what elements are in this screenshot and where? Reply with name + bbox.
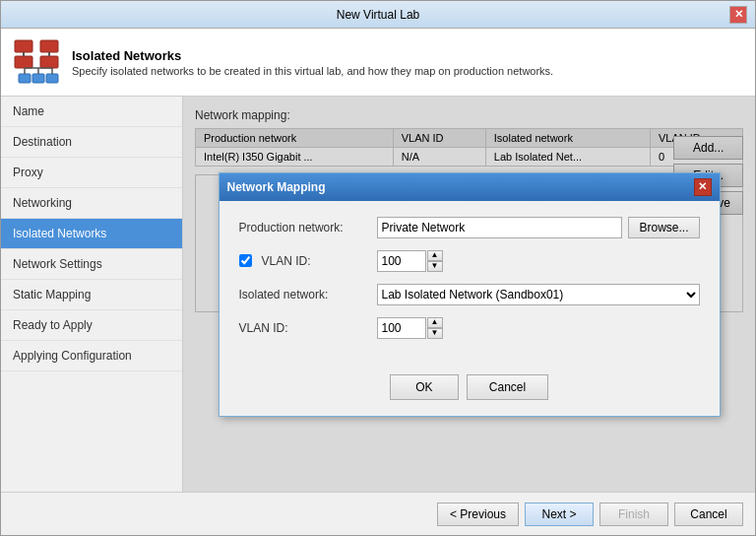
modal-cancel-button[interactable]: Cancel: [467, 374, 548, 400]
modal-close-button[interactable]: ✕: [694, 178, 712, 196]
vlan-id2-down-btn[interactable]: ▼: [427, 328, 443, 339]
main-content: Network mapping: Production network VLAN…: [183, 97, 755, 492]
header-icon: [13, 38, 60, 86]
svg-rect-1: [15, 56, 32, 68]
modal-footer: OK Cancel: [220, 367, 720, 416]
bottom-bar: < Previous Next > Finish Cancel: [1, 492, 755, 535]
isolated-network-row: Isolated network: Lab Isolated Network (…: [239, 284, 700, 305]
content-area: Name Destination Proxy Networking Isolat…: [1, 97, 755, 492]
vlan-id2-row: VLAN ID: ▲ ▼: [239, 317, 700, 339]
isolated-network-select[interactable]: Lab Isolated Network (Sandbox01): [377, 284, 700, 305]
browse-button[interactable]: Browse...: [628, 217, 699, 238]
svg-rect-0: [15, 40, 32, 52]
window-title: New Virtual Lab: [27, 8, 729, 22]
sidebar-item-networking[interactable]: Networking: [1, 188, 182, 219]
sidebar-item-proxy[interactable]: Proxy: [1, 158, 182, 188]
sidebar-item-static-mapping[interactable]: Static Mapping: [1, 280, 182, 310]
svg-rect-8: [46, 74, 58, 83]
production-network-label: Production network:: [239, 221, 377, 234]
vlan-id-spinners: ▲ ▼: [427, 250, 443, 272]
sidebar: Name Destination Proxy Networking Isolat…: [1, 97, 183, 492]
vlan-id-checkbox-label: VLAN ID:: [239, 254, 377, 268]
modal-title-bar: Network Mapping ✕: [220, 173, 720, 201]
vlan-id-checkbox[interactable]: [239, 254, 252, 267]
sidebar-item-ready-to-apply[interactable]: Ready to Apply: [1, 310, 182, 341]
header-title: Isolated Networks: [72, 48, 553, 63]
svg-rect-3: [40, 56, 58, 68]
header-text: Isolated Networks Specify isolated netwo…: [72, 48, 553, 77]
vlan-id2-label: VLAN ID:: [239, 321, 377, 335]
modal-overlay: Network Mapping ✕ Production network: Br…: [183, 97, 755, 492]
network-mapping-modal: Network Mapping ✕ Production network: Br…: [219, 172, 721, 417]
header-section: Isolated Networks Specify isolated netwo…: [1, 29, 755, 97]
vlan-id-up-btn[interactable]: ▲: [427, 250, 443, 261]
finish-button[interactable]: Finish: [599, 502, 668, 526]
cancel-button[interactable]: Cancel: [674, 502, 743, 526]
svg-rect-6: [19, 74, 31, 83]
vlan-id-row: VLAN ID: ▲ ▼: [239, 250, 700, 272]
main-window: New Virtual Lab ✕: [0, 0, 756, 536]
sidebar-item-name[interactable]: Name: [1, 97, 182, 127]
modal-title: Network Mapping: [227, 180, 326, 194]
window-close-button[interactable]: ✕: [729, 6, 747, 24]
sidebar-item-destination[interactable]: Destination: [1, 127, 182, 158]
production-network-input[interactable]: [377, 217, 623, 238]
vlan-id2-spinners: ▲ ▼: [427, 317, 443, 339]
modal-body: Production network: Browse... VLAN ID:: [220, 201, 720, 367]
isolated-network-label: Isolated network:: [239, 288, 377, 302]
sidebar-item-network-settings[interactable]: Network Settings: [1, 249, 182, 280]
production-network-row: Production network: Browse...: [239, 217, 700, 238]
next-button[interactable]: Next >: [525, 502, 594, 526]
svg-rect-7: [32, 74, 44, 83]
modal-ok-button[interactable]: OK: [390, 374, 459, 400]
title-bar: New Virtual Lab ✕: [1, 1, 755, 29]
vlan-id-input[interactable]: [377, 250, 426, 272]
vlan-id2-spinner: ▲ ▼: [377, 317, 443, 339]
vlan-id2-input[interactable]: [377, 317, 426, 339]
svg-rect-2: [40, 40, 58, 52]
sidebar-item-isolated-networks[interactable]: Isolated Networks: [1, 219, 182, 249]
sidebar-item-applying-configuration[interactable]: Applying Configuration: [1, 341, 182, 371]
header-description: Specify isolated networks to be created …: [72, 65, 553, 77]
previous-button[interactable]: < Previous: [437, 502, 519, 526]
vlan-id-spinner: ▲ ▼: [377, 250, 443, 272]
vlan-id2-up-btn[interactable]: ▲: [427, 317, 443, 328]
vlan-id-down-btn[interactable]: ▼: [427, 261, 443, 272]
